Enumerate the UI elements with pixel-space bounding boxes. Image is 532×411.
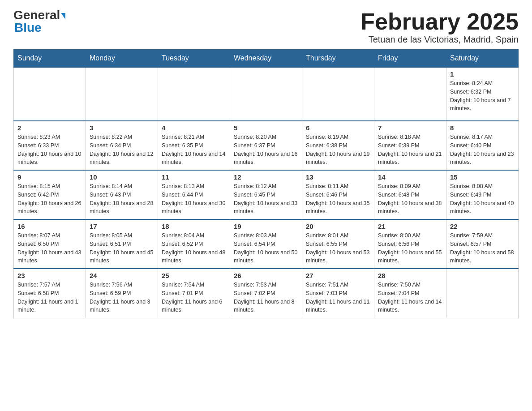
table-row: 24Sunrise: 7:56 AMSunset: 6:59 PMDayligh… <box>86 269 158 318</box>
page-header: General Blue February 2025 Tetuan de las… <box>13 9 519 45</box>
day-number: 8 <box>450 124 515 132</box>
day-info: Sunrise: 8:07 AMSunset: 6:50 PMDaylight:… <box>17 231 82 265</box>
calendar-title: February 2025 <box>360 9 519 34</box>
day-info: Sunrise: 8:11 AMSunset: 6:46 PMDaylight:… <box>306 182 370 216</box>
table-row: 7Sunrise: 8:18 AMSunset: 6:39 PMDaylight… <box>374 121 446 170</box>
col-thursday: Thursday <box>302 50 374 68</box>
table-row: 28Sunrise: 7:50 AMSunset: 7:04 PMDayligh… <box>374 269 446 318</box>
table-row: 1Sunrise: 8:24 AMSunset: 6:32 PMDaylight… <box>446 67 519 121</box>
day-number: 5 <box>234 124 298 132</box>
table-row <box>158 67 230 121</box>
day-number: 3 <box>90 124 154 132</box>
day-number: 24 <box>90 272 154 279</box>
day-info: Sunrise: 8:24 AMSunset: 6:32 PMDaylight:… <box>450 79 515 113</box>
table-row: 6Sunrise: 8:19 AMSunset: 6:38 PMDaylight… <box>302 121 374 170</box>
day-info: Sunrise: 8:13 AMSunset: 6:44 PMDaylight:… <box>162 182 226 216</box>
day-number: 14 <box>378 173 442 181</box>
day-info: Sunrise: 8:12 AMSunset: 6:45 PMDaylight:… <box>234 182 298 216</box>
table-row: 19Sunrise: 8:03 AMSunset: 6:54 PMDayligh… <box>230 219 302 269</box>
day-number: 23 <box>17 272 82 279</box>
table-row: 8Sunrise: 8:17 AMSunset: 6:40 PMDaylight… <box>446 121 519 170</box>
table-row: 9Sunrise: 8:15 AMSunset: 6:42 PMDaylight… <box>14 170 86 219</box>
logo: General Blue <box>13 9 65 34</box>
day-info: Sunrise: 8:20 AMSunset: 6:37 PMDaylight:… <box>234 133 298 167</box>
table-row: 25Sunrise: 7:54 AMSunset: 7:01 PMDayligh… <box>158 269 230 318</box>
table-row: 16Sunrise: 8:07 AMSunset: 6:50 PMDayligh… <box>14 219 86 269</box>
table-row: 13Sunrise: 8:11 AMSunset: 6:46 PMDayligh… <box>302 170 374 219</box>
logo-triangle-icon <box>61 13 65 19</box>
day-info: Sunrise: 8:09 AMSunset: 6:48 PMDaylight:… <box>378 182 442 216</box>
calendar-week-row: 23Sunrise: 7:57 AMSunset: 6:58 PMDayligh… <box>14 269 519 318</box>
table-row: 26Sunrise: 7:53 AMSunset: 7:02 PMDayligh… <box>230 269 302 318</box>
day-info: Sunrise: 8:19 AMSunset: 6:38 PMDaylight:… <box>306 133 370 167</box>
day-number: 13 <box>306 173 370 181</box>
day-info: Sunrise: 7:54 AMSunset: 7:01 PMDaylight:… <box>162 281 226 314</box>
table-row <box>86 67 158 121</box>
day-info: Sunrise: 8:00 AMSunset: 6:56 PMDaylight:… <box>378 231 442 265</box>
day-number: 10 <box>90 173 154 181</box>
day-number: 4 <box>162 124 226 132</box>
table-row <box>446 269 519 318</box>
day-info: Sunrise: 8:21 AMSunset: 6:35 PMDaylight:… <box>162 133 226 167</box>
day-info: Sunrise: 7:56 AMSunset: 6:59 PMDaylight:… <box>90 281 154 314</box>
col-friday: Friday <box>374 50 446 68</box>
table-row: 17Sunrise: 8:05 AMSunset: 6:51 PMDayligh… <box>86 219 158 269</box>
day-info: Sunrise: 8:05 AMSunset: 6:51 PMDaylight:… <box>90 231 154 265</box>
table-row: 3Sunrise: 8:22 AMSunset: 6:34 PMDaylight… <box>86 121 158 170</box>
col-wednesday: Wednesday <box>230 50 302 68</box>
day-number: 18 <box>162 223 226 230</box>
day-number: 7 <box>378 124 442 132</box>
day-info: Sunrise: 8:22 AMSunset: 6:34 PMDaylight:… <box>90 133 154 167</box>
day-info: Sunrise: 7:57 AMSunset: 6:58 PMDaylight:… <box>17 281 82 314</box>
day-info: Sunrise: 8:18 AMSunset: 6:39 PMDaylight:… <box>378 133 442 167</box>
calendar-week-row: 9Sunrise: 8:15 AMSunset: 6:42 PMDaylight… <box>14 170 519 219</box>
day-info: Sunrise: 8:15 AMSunset: 6:42 PMDaylight:… <box>17 182 82 216</box>
day-number: 20 <box>306 223 370 230</box>
col-tuesday: Tuesday <box>158 50 230 68</box>
calendar-table: Sunday Monday Tuesday Wednesday Thursday… <box>13 49 519 318</box>
day-number: 25 <box>162 272 226 279</box>
table-row <box>374 67 446 121</box>
day-number: 11 <box>162 173 226 181</box>
calendar-week-row: 16Sunrise: 8:07 AMSunset: 6:50 PMDayligh… <box>14 219 519 269</box>
table-row: 5Sunrise: 8:20 AMSunset: 6:37 PMDaylight… <box>230 121 302 170</box>
table-row: 18Sunrise: 8:04 AMSunset: 6:52 PMDayligh… <box>158 219 230 269</box>
day-number: 22 <box>450 223 515 230</box>
day-number: 26 <box>234 272 298 279</box>
table-row: 2Sunrise: 8:23 AMSunset: 6:33 PMDaylight… <box>14 121 86 170</box>
table-row <box>230 67 302 121</box>
day-number: 16 <box>17 223 82 230</box>
day-info: Sunrise: 8:14 AMSunset: 6:43 PMDaylight:… <box>90 182 154 216</box>
logo-blue-text: Blue <box>14 21 42 34</box>
day-info: Sunrise: 8:17 AMSunset: 6:40 PMDaylight:… <box>450 133 515 167</box>
table-row <box>14 67 86 121</box>
col-saturday: Saturday <box>446 50 519 68</box>
logo-general-text: General <box>13 9 65 21</box>
table-row: 12Sunrise: 8:12 AMSunset: 6:45 PMDayligh… <box>230 170 302 219</box>
table-row: 11Sunrise: 8:13 AMSunset: 6:44 PMDayligh… <box>158 170 230 219</box>
calendar-subtitle: Tetuan de las Victorias, Madrid, Spain <box>360 34 519 45</box>
day-info: Sunrise: 8:03 AMSunset: 6:54 PMDaylight:… <box>234 231 298 265</box>
table-row: 14Sunrise: 8:09 AMSunset: 6:48 PMDayligh… <box>374 170 446 219</box>
day-number: 28 <box>378 272 442 279</box>
table-row: 22Sunrise: 7:59 AMSunset: 6:57 PMDayligh… <box>446 219 519 269</box>
day-info: Sunrise: 8:23 AMSunset: 6:33 PMDaylight:… <box>17 133 82 167</box>
day-info: Sunrise: 8:01 AMSunset: 6:55 PMDaylight:… <box>306 231 370 265</box>
col-sunday: Sunday <box>14 50 86 68</box>
calendar-week-row: 2Sunrise: 8:23 AMSunset: 6:33 PMDaylight… <box>14 121 519 170</box>
day-number: 2 <box>17 124 82 132</box>
table-row: 23Sunrise: 7:57 AMSunset: 6:58 PMDayligh… <box>14 269 86 318</box>
day-number: 12 <box>234 173 298 181</box>
calendar-header-row: Sunday Monday Tuesday Wednesday Thursday… <box>14 50 519 68</box>
table-row <box>302 67 374 121</box>
table-row: 20Sunrise: 8:01 AMSunset: 6:55 PMDayligh… <box>302 219 374 269</box>
day-info: Sunrise: 7:51 AMSunset: 7:03 PMDaylight:… <box>306 281 370 314</box>
day-number: 19 <box>234 223 298 230</box>
calendar-week-row: 1Sunrise: 8:24 AMSunset: 6:32 PMDaylight… <box>14 67 519 121</box>
day-number: 15 <box>450 173 515 181</box>
table-row: 10Sunrise: 8:14 AMSunset: 6:43 PMDayligh… <box>86 170 158 219</box>
day-number: 17 <box>90 223 154 230</box>
day-info: Sunrise: 7:50 AMSunset: 7:04 PMDaylight:… <box>378 281 442 314</box>
day-info: Sunrise: 8:08 AMSunset: 6:49 PMDaylight:… <box>450 182 515 216</box>
day-number: 27 <box>306 272 370 279</box>
